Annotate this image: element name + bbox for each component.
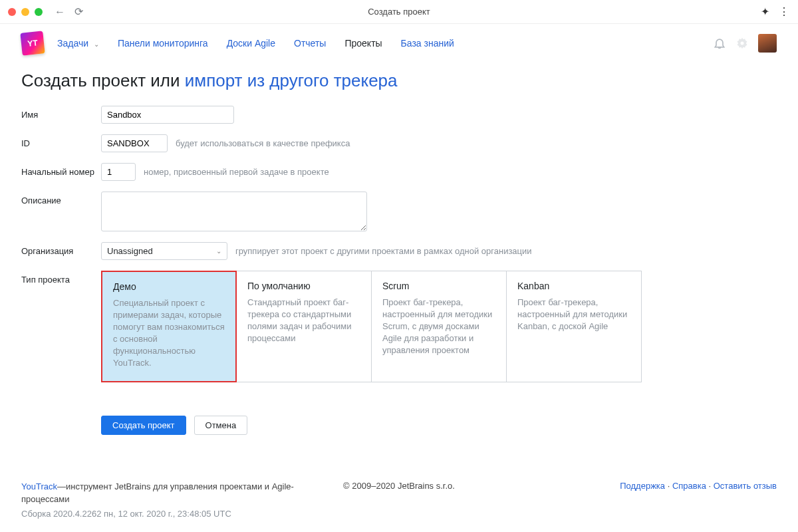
create-project-button[interactable]: Создать проект	[101, 416, 186, 435]
project-type-kanban[interactable]: Kanban Проект баг-трекера, настроенный д…	[506, 271, 642, 382]
import-link[interactable]: импорт из другого трекера	[185, 70, 398, 90]
start-number-input[interactable]	[101, 163, 136, 181]
svg-point-0	[741, 42, 744, 45]
product-link[interactable]: YouTrack	[21, 481, 57, 491]
desc-label: Описание	[21, 192, 101, 205]
org-hint: группирует этот проект с другими проекта…	[235, 242, 532, 256]
project-type-default[interactable]: По умолчанию Стандартный проект баг-трек…	[236, 271, 372, 382]
nav-reports[interactable]: Отчеты	[294, 38, 326, 49]
main-nav: Задачи ⌄ Панели мониторинга Доски Agile …	[57, 38, 454, 49]
id-label: ID	[21, 134, 101, 148]
project-type-cards: Демо Специальный проект с примерами зада…	[101, 271, 642, 382]
footer: YouTrack—инструмент JetBrains для управл…	[21, 481, 777, 520]
id-hint: будет использоваться в качестве префикса	[176, 134, 350, 148]
org-label: Организация	[21, 242, 101, 256]
app-header: YT Задачи ⌄ Панели мониторинга Доски Agi…	[0, 24, 798, 59]
project-type-scrum[interactable]: Scrum Проект баг-трекера, настроенный дл…	[371, 271, 507, 382]
build-info: Сборка 2020.4.2262 пн, 12 окт. 2020 г., …	[21, 508, 301, 520]
app-logo[interactable]: YT	[20, 31, 45, 55]
user-avatar[interactable]	[758, 34, 777, 53]
chevron-down-icon: ⌄	[94, 41, 99, 48]
support-link[interactable]: Поддержка	[620, 481, 665, 491]
project-type-demo[interactable]: Демо Специальный проект с примерами зада…	[101, 271, 237, 382]
feedback-link[interactable]: Оставить отзыв	[714, 481, 777, 491]
start-hint: номер, присвоенный первой задаче в проек…	[144, 163, 329, 177]
window-titlebar: ← ⟳ Создать проект ✦ ⋮	[0, 0, 798, 24]
nav-agile[interactable]: Доски Agile	[227, 38, 275, 49]
type-label: Тип проекта	[21, 271, 101, 285]
id-input[interactable]	[101, 134, 168, 152]
organization-select[interactable]: Unassigned ⌄	[101, 242, 227, 260]
name-input[interactable]	[101, 106, 234, 124]
settings-icon[interactable]	[735, 37, 749, 50]
chevron-down-icon: ⌄	[216, 247, 221, 255]
page-title: Создать проект или импорт из другого тре…	[21, 70, 777, 91]
window-title: Создать проект	[0, 7, 798, 17]
notifications-icon[interactable]	[713, 37, 726, 50]
nav-dashboards[interactable]: Панели мониторинга	[118, 38, 208, 49]
name-label: Имя	[21, 106, 101, 120]
help-link[interactable]: Справка	[672, 481, 706, 491]
nav-projects[interactable]: Проекты	[344, 38, 382, 49]
description-input[interactable]	[101, 192, 367, 231]
nav-issues[interactable]: Задачи ⌄	[57, 38, 99, 49]
start-label: Начальный номер	[21, 163, 101, 177]
nav-knowledge[interactable]: База знаний	[401, 38, 454, 49]
cancel-button[interactable]: Отмена	[194, 416, 248, 435]
